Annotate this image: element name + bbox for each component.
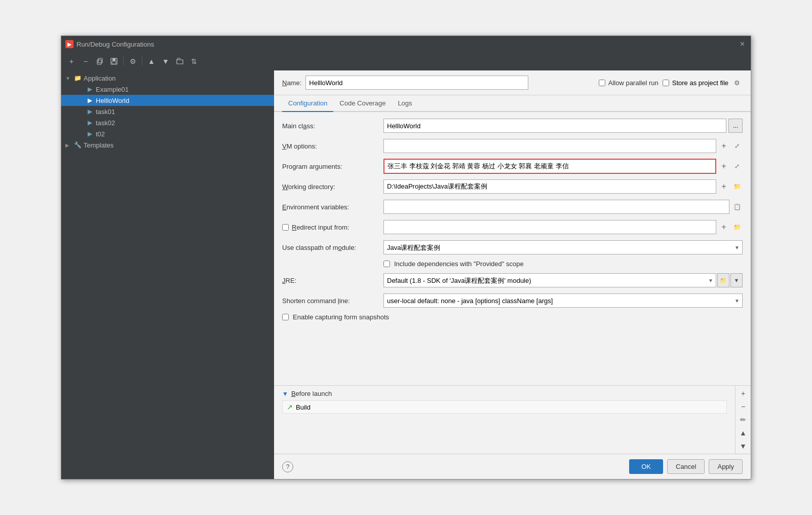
tab-configuration[interactable]: Configuration [282,95,333,112]
templates-icon: 🔧 [73,141,82,149]
app-icon: ▶ [65,40,73,48]
name-input[interactable] [305,76,528,90]
toolbar: + − ⚙ ▲ ▼ ⇅ [61,52,751,70]
jre-select-wrapper: Default (1.8 - SDK of 'Java课程配套案例' modul… [383,273,716,287]
classpath-select[interactable]: Java课程配套案例 [383,240,743,254]
vm-options-label: VM options: [282,142,383,150]
tree-task01[interactable]: ▶ task01 [61,106,274,117]
apply-button[interactable]: Apply [709,459,743,474]
remove-button[interactable]: − [80,55,92,67]
shorten-select[interactable]: user-local default: none - java [options… [383,293,743,308]
allow-parallel-checkbox[interactable] [599,80,605,86]
right-panel: Name: Allow parallel run Store as projec… [274,70,751,479]
before-launch-scroll-down-button[interactable]: ▼ [738,440,749,452]
shorten-select-wrapper: user-local default: none - java [options… [383,293,743,308]
before-launch-add-button[interactable]: + [738,388,749,399]
before-launch-main: ▼ Before launch ↗ Build [274,386,735,454]
env-vars-expand-button[interactable]: 📋 [731,201,743,212]
copy-button[interactable] [94,55,106,67]
add-button[interactable]: + [65,55,78,67]
jre-label: JRE: [282,277,383,284]
wrench-button[interactable]: ⚙ [127,55,139,67]
redirect-browse-button[interactable]: 📁 [731,222,743,233]
tree-templates[interactable]: ▶ 🔧 Templates [61,139,274,151]
before-launch-scroll-up-button[interactable]: ▲ [738,427,749,438]
redirect-label: Redirect input from: [292,224,349,231]
action-buttons: OK Cancel Apply [629,459,743,474]
main-class-browse-button[interactable]: ... [728,119,743,133]
tree-application-group[interactable]: ▼ 📁 Application [61,72,274,84]
snapshots-checkbox[interactable] [282,314,289,320]
jre-field: Default (1.8 - SDK of 'Java课程配套案例' modul… [383,273,743,287]
task01-label: task01 [96,108,115,116]
store-project-checkbox[interactable] [663,80,669,86]
build-item: ↗ Build [282,400,727,414]
svg-rect-4 [112,61,116,64]
example01-label: Example01 [96,86,129,93]
env-vars-input[interactable] [383,200,729,214]
tree-task02[interactable]: ▶ task02 [61,117,274,128]
build-label: Build [296,403,311,411]
hellloworld-icon: ▶ [86,96,94,104]
redirect-checkbox[interactable] [282,224,289,231]
toolbar-separator2 [142,57,142,66]
program-args-expand-button[interactable]: ⤢ [731,161,743,172]
working-dir-input[interactable] [383,179,716,194]
env-vars-field: 📋 [383,200,743,214]
main-class-field: ... [383,119,743,133]
save-button[interactable] [108,55,120,67]
application-label: Application [84,75,116,82]
sort-button[interactable]: ⇅ [188,55,200,67]
name-field-label: Name: [282,79,301,87]
t02-icon: ▶ [86,130,94,138]
build-icon: ↗ [287,403,293,411]
redirect-row: Redirect input from: + 📁 [282,219,743,235]
before-launch-edit-button[interactable]: ✏ [738,414,749,425]
redirect-input[interactable] [383,220,716,234]
svg-rect-1 [98,58,102,63]
before-launch-header[interactable]: ▼ Before launch [282,390,727,397]
move-down-button[interactable]: ▼ [160,55,172,67]
jre-folder-button[interactable]: 📁 [717,273,729,287]
working-dir-add-button[interactable]: + [718,181,729,192]
program-args-value[interactable]: 张三丰 李枝蔻 刘金花 郭靖 黄蓉 杨过 小龙女 郭襄 老顽童 李信 [383,159,716,174]
redirect-label-group: Redirect input from: [282,224,383,231]
main-class-input[interactable] [383,119,726,133]
snapshots-label: Enable capturing form snapshots [293,313,389,321]
redirect-field: + 📁 [383,220,743,234]
jre-select[interactable]: Default (1.8 - SDK of 'Java课程配套案例' modul… [383,273,716,287]
vm-options-expand-button[interactable]: ⤢ [731,140,743,152]
jre-dropdown-button[interactable]: ▼ [730,273,743,287]
vm-options-add-button[interactable]: + [718,140,729,152]
working-dir-browse-button[interactable]: 📁 [731,181,743,192]
tree-example01[interactable]: ▶ Example01 [61,84,274,95]
tab-logs[interactable]: Logs [392,95,418,112]
run-debug-dialog: ▶ Run/Debug Configurations × + − ⚙ ▲ ▼ ⇅… [61,35,751,480]
svg-rect-3 [112,58,115,61]
vm-options-input[interactable] [383,139,716,153]
before-launch-section: ▼ Before launch ↗ Build + − ✏ ▲ ▼ [274,385,751,454]
ok-button[interactable]: OK [629,459,663,474]
folder-button[interactable] [174,55,186,67]
close-button[interactable]: × [738,40,747,49]
cancel-button[interactable]: Cancel [667,459,705,474]
templates-label: Templates [84,141,113,149]
tree-hellloworld[interactable]: ▶ HellloWorld [61,95,274,106]
include-deps-row: Include dependencies with "Provided" sco… [282,260,743,268]
main-content: ▼ 📁 Application ▶ Example01 ▶ HellloWorl… [61,70,751,479]
before-launch-remove-button[interactable]: − [738,401,749,412]
svg-rect-0 [97,60,101,64]
redirect-add-button[interactable]: + [718,222,729,233]
store-gear-button[interactable]: ⚙ [731,77,743,88]
bottom-bar: ? OK Cancel Apply [274,454,751,479]
title-bar: ▶ Run/Debug Configurations × [61,36,751,52]
include-deps-checkbox[interactable] [383,261,390,267]
classpath-label: Use classpath of module: [282,244,383,251]
env-vars-row: Environment variables: 📋 [282,199,743,214]
tree-t02[interactable]: ▶ t02 [61,128,274,139]
move-up-button[interactable]: ▲ [145,55,158,67]
help-button[interactable]: ? [282,461,293,472]
allow-parallel-label: Allow parallel run [608,79,659,87]
tab-code-coverage[interactable]: Code Coverage [333,95,392,112]
program-args-add-button[interactable]: + [718,161,729,172]
